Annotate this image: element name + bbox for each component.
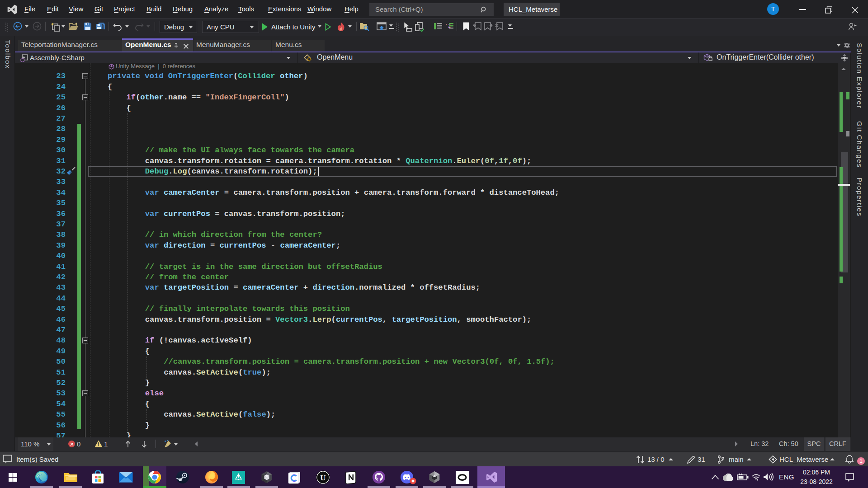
svg-text:U: U [320,474,326,482]
